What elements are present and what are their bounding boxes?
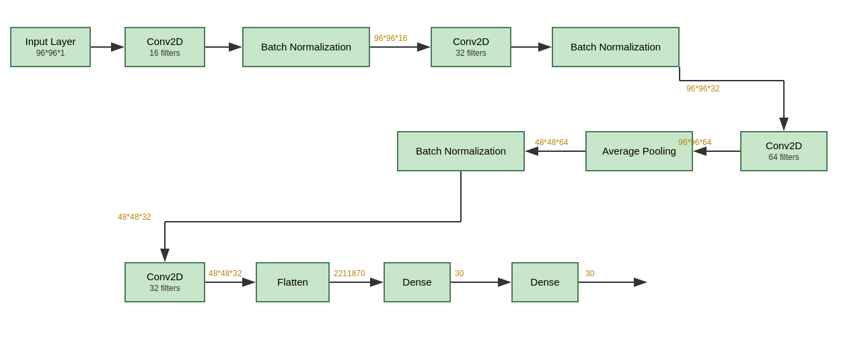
dense2-node: Dense (511, 262, 579, 302)
bn3-node: Batch Normalization (397, 131, 525, 171)
conv2d-2-node: Conv2D 32 filters (431, 27, 511, 67)
edge-label-avgpool-bn3: 48*48*64 (535, 138, 568, 147)
bn2-label: Batch Normalization (571, 40, 661, 54)
dense1-node: Dense (384, 262, 451, 302)
edge-label-conv3-avgpool: 96*96*64 (678, 138, 711, 147)
conv2d-2-label: Conv2D (453, 35, 489, 48)
conv2d-1-label: Conv2D (147, 35, 183, 48)
edge-label-bn1-conv2: 96*96*16 (374, 34, 407, 43)
conv2d-1-node: Conv2D 16 filters (124, 27, 205, 67)
edge-label-bn3-conv4: 48*48*32 (118, 212, 151, 222)
edge-label-dense2-output: 30 (585, 269, 594, 278)
bn2-node: Batch Normalization (552, 27, 680, 67)
flatten-node: Flatten (256, 262, 330, 302)
bn1-node: Batch Normalization (242, 27, 370, 67)
conv2d-1-sublabel: 16 filters (149, 48, 180, 59)
edge-label-dense1-dense2: 30 (455, 269, 464, 278)
conv2d-3-sublabel: 64 filters (768, 153, 799, 163)
avgpool-node: Average Pooling (585, 131, 693, 171)
input-layer-sublabel: 96*96*1 (36, 48, 65, 59)
conv2d-4-label: Conv2D (147, 270, 183, 284)
conv2d-3-node: Conv2D 64 filters (740, 131, 828, 171)
conv2d-4-node: Conv2D 32 filters (124, 262, 205, 302)
conv2d-3-label: Conv2D (766, 139, 802, 153)
edge-label-flatten-dense1: 2211870 (334, 269, 365, 278)
edge-label-conv4-flatten: 48*48*32 (209, 269, 242, 278)
input-layer-node: Input Layer 96*96*1 (10, 27, 91, 67)
input-layer-label: Input Layer (25, 35, 75, 48)
dense2-label: Dense (530, 276, 559, 289)
flatten-label: Flatten (277, 276, 308, 289)
bn3-label: Batch Normalization (416, 144, 506, 158)
neural-network-diagram: Input Layer 96*96*1 Conv2D 16 filters Ba… (0, 0, 868, 338)
avgpool-label: Average Pooling (602, 144, 676, 158)
dense1-label: Dense (402, 276, 431, 289)
conv2d-2-sublabel: 32 filters (456, 48, 486, 59)
conv2d-4-sublabel: 32 filters (149, 284, 180, 294)
edge-label-bn2-conv3: 96*96*32 (686, 84, 719, 93)
bn1-label: Batch Normalization (261, 40, 351, 54)
